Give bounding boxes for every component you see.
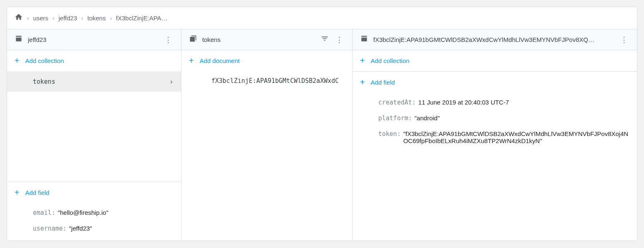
add-collection-button[interactable]: + Add collection — [353, 50, 637, 71]
add-collection-button[interactable]: + Add collection — [7, 50, 181, 71]
field-value: 11 June 2019 at 20:40:03 UTC-7 — [418, 99, 509, 106]
panel-header: tokens ⋮ — [181, 29, 352, 50]
field-list: createdAt 11 June 2019 at 20:40:03 UTC-7… — [353, 93, 637, 153]
document-icon — [15, 34, 23, 45]
add-document-label: Add document — [200, 57, 240, 64]
field-key: username — [33, 225, 66, 232]
field-row[interactable]: email "hello@fireship.io" — [7, 205, 181, 221]
field-value: "hello@fireship.io" — [58, 209, 108, 216]
breadcrumb-item[interactable]: users — [33, 15, 49, 22]
spacer — [7, 92, 181, 182]
chevron-right-icon: › — [27, 15, 29, 22]
document-item-label: fX3bclZinjE:APA91bGMtCWlDSB2aXWxdC — [211, 77, 339, 85]
overflow-menu-icon[interactable]: ⋮ — [619, 35, 629, 44]
plus-icon: + — [360, 78, 365, 87]
document-item[interactable]: fX3bclZinjE:APA91bGMtCWlDSB2aXWxdC — [181, 71, 352, 90]
field-value: "jeffd23" — [69, 225, 92, 232]
breadcrumb: › users › jeffd23 › tokens › fX3bclZinjE… — [7, 7, 637, 29]
panel-header: jeffd23 ⋮ — [7, 29, 181, 50]
add-field-label: Add field — [25, 189, 49, 196]
collection-panel: tokens ⋮ + Add document fX3bclZinjE:APA9… — [181, 29, 353, 241]
add-collection-label: Add collection — [25, 57, 64, 64]
field-value: "android" — [414, 114, 440, 122]
panel-header: fX3bclZinjE:APA91bGMtCWlDSB2aXWxdCwYlMdh… — [353, 29, 637, 50]
breadcrumb-item[interactable]: tokens — [87, 15, 105, 22]
panel-title: fX3bclZinjE:APA91bGMtCWlDSB2aXWxdCwYlMdh… — [373, 36, 614, 43]
collection-icon — [189, 34, 197, 45]
add-document-button[interactable]: + Add document — [181, 50, 352, 71]
field-key: platform — [378, 114, 412, 122]
plus-icon: + — [15, 56, 20, 66]
field-row[interactable]: username "jeffd23" — [7, 221, 181, 236]
document-icon — [360, 34, 368, 45]
chevron-right-icon: › — [169, 77, 174, 86]
field-key: email — [33, 209, 55, 216]
plus-icon: + — [15, 188, 20, 197]
field-list: email "hello@fireship.io" username "jeff… — [7, 203, 181, 241]
add-field-button[interactable]: + Add field — [7, 182, 181, 203]
chevron-right-icon: › — [52, 15, 54, 22]
field-row[interactable]: token "fX3bclZinjE:APA91bGMtCWlDSB2aXWxd… — [353, 126, 637, 148]
overflow-menu-icon[interactable]: ⋮ — [163, 35, 174, 44]
add-collection-label: Add collection — [371, 57, 409, 64]
document-detail-panel: fX3bclZinjE:APA91bGMtCWlDSB2aXWxdCwYlMdh… — [353, 29, 637, 241]
overflow-menu-icon[interactable]: ⋮ — [334, 35, 345, 44]
home-icon[interactable] — [15, 13, 23, 23]
field-key: token — [378, 130, 401, 138]
document-panel: jeffd23 ⋮ + Add collection tokens › + Ad… — [7, 29, 181, 241]
plus-icon: + — [360, 56, 365, 66]
breadcrumb-item[interactable]: jeffd23 — [59, 15, 77, 22]
filter-icon[interactable] — [321, 34, 329, 45]
breadcrumb-item[interactable]: fX3bclZinjE:APA… — [116, 15, 167, 22]
plus-icon: + — [189, 56, 194, 66]
add-field-button[interactable]: + Add field — [353, 72, 637, 93]
field-row[interactable]: createdAt 11 June 2019 at 20:40:03 UTC-7 — [353, 95, 637, 110]
collection-item[interactable]: tokens › — [7, 71, 181, 92]
field-value: "fX3bclZinjE:APA91bGMtCWlDSB2aXWxdCwYlMd… — [403, 130, 629, 144]
add-field-label: Add field — [371, 79, 395, 86]
chevron-right-icon: › — [81, 15, 83, 22]
panel-title: tokens — [202, 36, 316, 43]
field-key: createdAt — [378, 99, 416, 106]
collection-item-label: tokens — [33, 78, 55, 85]
chevron-right-icon: › — [110, 15, 112, 22]
field-row[interactable]: platform "android" — [353, 110, 637, 126]
panel-title: jeffd23 — [28, 36, 158, 43]
